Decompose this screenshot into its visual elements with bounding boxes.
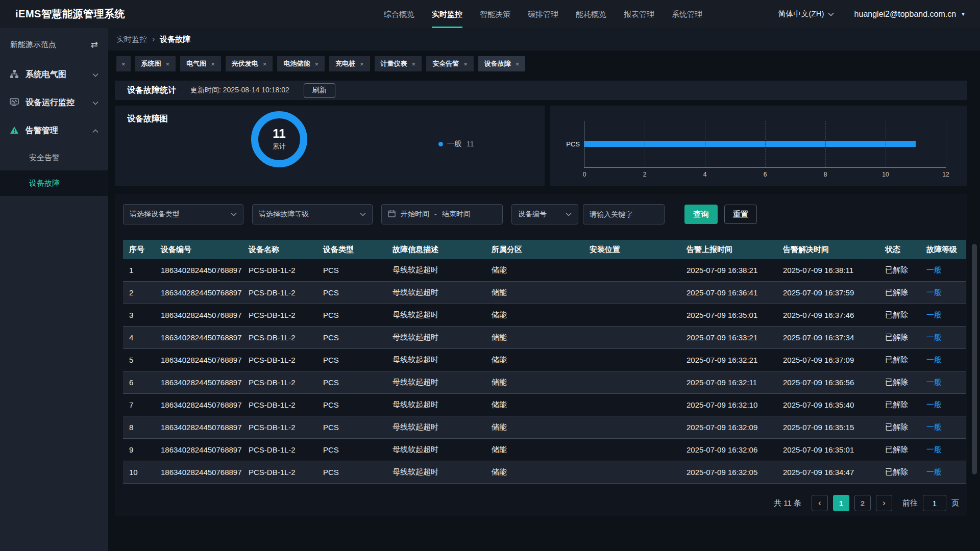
tab-chip-3[interactable]: 光伏发电×: [226, 56, 273, 71]
cell-所属分区: 储能: [485, 445, 583, 455]
sidebar-item-alarm-management[interactable]: 告警管理: [0, 117, 108, 145]
close-icon[interactable]: ×: [211, 60, 215, 68]
tab-chip-4[interactable]: 电池储能×: [277, 56, 325, 71]
cell-设备名称: PCS-DB-1L-2: [242, 378, 317, 387]
cell-序号: 3: [123, 311, 155, 319]
close-icon[interactable]: ×: [166, 60, 170, 68]
tab-chip-1[interactable]: 系统图×: [135, 56, 176, 71]
top-header: iEMS智慧能源管理系统 综合概览实时监控智能决策碳排管理能耗概览报表管理系统管…: [0, 0, 980, 28]
nav-item-7[interactable]: 系统管理: [672, 0, 702, 28]
cell-设备类型: PCS: [317, 400, 386, 409]
pagination: 共 11 条 ‹ 12 › 前往 页: [774, 495, 959, 511]
cell-设备编号: 1863402824450768897: [155, 356, 242, 364]
column-header-11: 故障等级: [920, 245, 966, 255]
tab-chip-5[interactable]: 充电桩×: [329, 56, 370, 71]
table-body: 11863402824450768897PCS-DB-1L-2PCS母线软起超时…: [123, 259, 966, 484]
close-icon[interactable]: ×: [263, 60, 267, 68]
cell-告警解决时间: 2025-07-09 16:37:34: [777, 333, 879, 342]
fault-level-link[interactable]: 一般: [920, 467, 966, 477]
cell-告警上报时间: 2025-07-09 16:32:21: [680, 356, 777, 364]
user-menu[interactable]: huanglei2@topband.com.cn ▼: [854, 10, 966, 19]
page-button-1[interactable]: 1: [833, 495, 849, 511]
vertical-scrollbar[interactable]: [972, 244, 977, 474]
cell-设备编号: 1863402824450768897: [155, 423, 242, 432]
search-button[interactable]: 查询: [684, 205, 718, 224]
sidebar-item-device-fault[interactable]: 设备故障: [0, 170, 108, 196]
cell-设备类型: PCS: [317, 266, 386, 274]
sidebar-item-system-diagram[interactable]: 系统电气图: [0, 61, 108, 89]
chip-label: 电气图: [186, 59, 206, 68]
nav-item-1[interactable]: 综合概览: [384, 0, 414, 28]
close-icon[interactable]: ×: [314, 60, 318, 68]
prev-page-button[interactable]: ‹: [812, 495, 828, 511]
next-page-button[interactable]: ›: [876, 495, 892, 511]
chip-label: 电池储能: [283, 59, 310, 68]
fault-level-link[interactable]: 一般: [920, 265, 966, 275]
tab-chip-2[interactable]: 电气图×: [180, 56, 221, 71]
cell-状态: 已解除: [879, 333, 920, 342]
refresh-button[interactable]: 刷新: [304, 83, 335, 98]
page-button-2[interactable]: 2: [854, 495, 871, 511]
device-no-select[interactable]: 设备编号: [511, 204, 578, 224]
tab-chip-7[interactable]: 安全告警×: [426, 56, 474, 71]
cell-状态: 已解除: [879, 445, 920, 455]
cell-状态: 已解除: [879, 400, 920, 410]
cell-设备名称: PCS-DB-1L-2: [242, 288, 317, 297]
swap-icon[interactable]: ⇄: [91, 39, 98, 50]
fault-level-link[interactable]: 一般: [920, 310, 966, 320]
legend-label: 一般: [447, 139, 461, 148]
device-type-select[interactable]: 请选择设备类型: [123, 204, 243, 224]
column-header-1: 序号: [123, 245, 155, 255]
app-logo: iEMS智慧能源管理系统: [15, 7, 125, 21]
nav-item-6[interactable]: 报表管理: [624, 0, 654, 28]
close-icon[interactable]: ×: [463, 60, 468, 68]
cell-告警上报时间: 2025-07-09 16:32:05: [680, 468, 777, 477]
cell-故障信息描述: 母线软起超时: [386, 378, 485, 387]
fault-level-link[interactable]: 一般: [920, 445, 966, 455]
cell-设备名称: PCS-DB-1L-2: [242, 333, 317, 342]
fault-donut-panel: 设备故障图 11 累计 一般 11: [115, 106, 545, 186]
fault-level-select[interactable]: 请选择故障等级: [252, 204, 373, 224]
chevron-down-icon: [828, 12, 834, 16]
close-icon[interactable]: ×: [360, 60, 364, 68]
tab-chip-8[interactable]: 设备故障×: [478, 56, 526, 71]
cell-设备名称: PCS-DB-1L-2: [242, 423, 317, 432]
language-switcher[interactable]: 简体中文(ZH): [778, 9, 834, 19]
fault-level-link[interactable]: 一般: [920, 422, 966, 432]
device-type-placeholder: 请选择设备类型: [130, 210, 231, 219]
close-icon[interactable]: ×: [516, 60, 520, 68]
nav-item-4[interactable]: 碳排管理: [528, 0, 558, 28]
cell-告警解决时间: 2025-07-09 16:37:46: [777, 311, 879, 319]
cell-状态: 已解除: [879, 355, 920, 365]
date-range-picker[interactable]: 开始时间 - 结束时间: [381, 204, 503, 224]
cell-状态: 已解除: [879, 467, 920, 477]
cell-设备类型: PCS: [317, 423, 386, 432]
goto-page-input[interactable]: [923, 495, 946, 511]
nav-item-5[interactable]: 能耗概览: [576, 0, 606, 28]
fault-level-link[interactable]: 一般: [920, 400, 966, 410]
bar-pcs: [584, 141, 916, 147]
caret-down-icon: ▼: [961, 11, 966, 17]
reset-button[interactable]: 重置: [724, 205, 757, 224]
cell-序号: 6: [123, 378, 155, 387]
fault-level-link[interactable]: 一般: [920, 333, 966, 342]
column-header-7: 安装位置: [583, 245, 680, 255]
range-separator: -: [434, 210, 437, 218]
cell-所属分区: 储能: [485, 310, 583, 320]
sidebar-item-device-monitor[interactable]: 设备运行监控: [0, 89, 108, 117]
nav-item-3[interactable]: 智能决策: [480, 0, 510, 28]
sidebar-item-safety-alarm[interactable]: 安全告警: [0, 145, 108, 170]
legend-value: 11: [467, 140, 474, 148]
breadcrumb-parent[interactable]: 实时监控: [116, 35, 147, 44]
fault-level-link[interactable]: 一般: [920, 355, 966, 365]
keyword-input[interactable]: [583, 205, 664, 224]
tab-chip-6[interactable]: 计量仪表×: [375, 56, 422, 71]
cell-设备编号: 1863402824450768897: [155, 288, 242, 297]
chevron-down-icon: [92, 101, 99, 105]
chip-close-all[interactable]: ×: [116, 56, 131, 71]
fault-level-link[interactable]: 一般: [920, 378, 966, 387]
fault-level-link[interactable]: 一般: [920, 288, 966, 297]
column-header-2: 设备编号: [155, 245, 242, 255]
close-icon[interactable]: ×: [412, 60, 416, 68]
nav-item-2[interactable]: 实时监控: [432, 0, 462, 28]
